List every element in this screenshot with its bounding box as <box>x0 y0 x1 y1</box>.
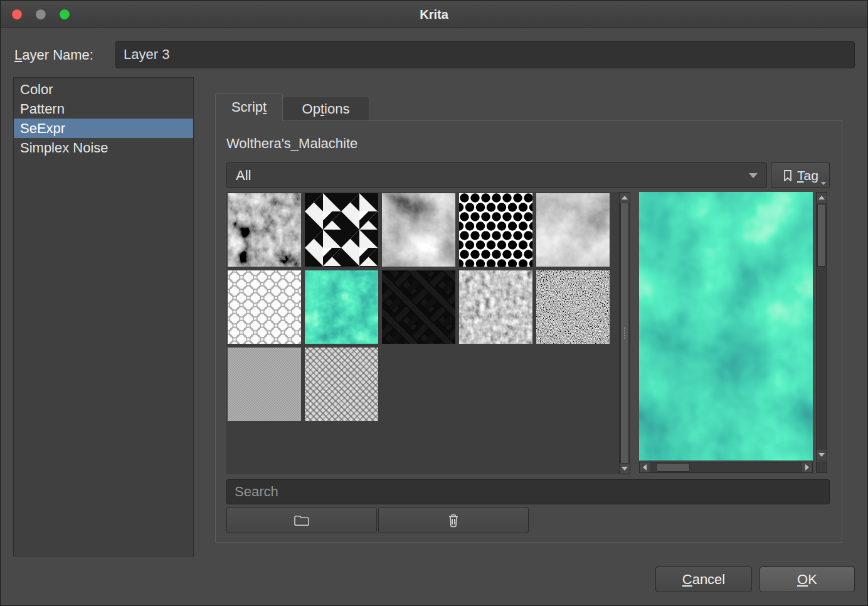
scroll-down-button[interactable] <box>620 464 630 474</box>
pattern-thumb-malachite-green[interactable] <box>305 270 378 344</box>
titlebar[interactable]: Krita <box>1 1 867 28</box>
pattern-thumb-fine-grid[interactable] <box>228 348 301 421</box>
scrollbar-thumb[interactable] <box>817 204 826 267</box>
import-pattern-button[interactable] <box>226 507 377 533</box>
arrow-left-icon <box>643 464 647 470</box>
layer-name-input[interactable] <box>115 41 855 68</box>
pattern-thumb-dark-marble-noise[interactable] <box>228 193 301 267</box>
list-item-pattern[interactable]: Pattern <box>14 99 193 119</box>
tag-filter-dropdown[interactable]: All <box>226 162 767 188</box>
scrollbar-corner <box>816 462 827 473</box>
pattern-grid-vscrollbar[interactable] <box>619 192 630 474</box>
scroll-down-button[interactable] <box>817 450 827 460</box>
pattern-thumb-dark-maze[interactable] <box>382 270 455 344</box>
trash-icon <box>447 513 460 528</box>
chevron-down-icon <box>821 182 826 185</box>
tag-button-label: Tag <box>797 168 818 183</box>
layer-name-label: Layer Name: <box>14 47 93 63</box>
pattern-preview <box>639 192 813 460</box>
pattern-thumb-soft-smoke[interactable] <box>536 193 610 267</box>
pattern-thumb-rough-concrete[interactable] <box>459 270 532 344</box>
pattern-search-input[interactable] <box>226 479 830 504</box>
arrow-down-icon <box>818 453 825 457</box>
delete-pattern-button[interactable] <box>378 507 529 533</box>
scroll-up-button[interactable] <box>817 193 827 203</box>
arrow-up-icon <box>622 196 628 199</box>
arrow-down-icon <box>622 467 628 470</box>
scroll-right-button[interactable] <box>802 462 812 472</box>
preview-vscrollbar[interactable] <box>816 192 827 460</box>
list-item-color[interactable]: Color <box>14 80 193 99</box>
current-pattern-name: Wolthera's_Malachite <box>226 136 357 152</box>
pattern-thumb-ring-lattice[interactable] <box>228 270 301 344</box>
scroll-up-button[interactable] <box>620 193 630 203</box>
scrollbar-track[interactable] <box>650 462 802 472</box>
pattern-thumb-bw-triangle-mosaic[interactable] <box>305 193 378 267</box>
tab-options[interactable]: Options <box>282 97 369 121</box>
list-item-simplex-noise[interactable]: Simplex Noise <box>14 138 193 157</box>
pattern-thumb-halftone-dots[interactable] <box>459 193 532 267</box>
pattern-thumb-gray-clouds[interactable] <box>382 193 455 267</box>
arrow-right-icon <box>805 464 809 470</box>
cancel-button[interactable]: Cancel <box>655 566 752 592</box>
ok-button[interactable]: OK <box>760 566 855 592</box>
krita-dialog-window: Krita Layer Name: Color Pattern SeExpr S… <box>0 0 868 606</box>
folder-icon <box>294 514 310 526</box>
malachite-preview-image <box>639 192 813 460</box>
list-item-seexpr[interactable]: SeExpr <box>14 119 193 138</box>
bookmark-icon <box>782 169 793 183</box>
tag-filter-value: All <box>236 167 251 184</box>
pattern-thumb-speckle-noise[interactable] <box>536 270 610 344</box>
pattern-thumb-diagonal-weave[interactable] <box>305 348 378 421</box>
scrollbar-thumb[interactable] <box>656 463 690 472</box>
tab-script[interactable]: Script <box>215 93 283 121</box>
arrow-up-icon <box>818 196 825 199</box>
scrollbar-thumb[interactable] <box>620 203 629 464</box>
scrollbar-track[interactable] <box>817 203 827 450</box>
grip-dots-icon <box>624 332 625 334</box>
preview-hscrollbar[interactable] <box>639 462 813 473</box>
scrollbar-track[interactable] <box>620 203 630 464</box>
chevron-down-icon <box>749 173 758 178</box>
pattern-grid <box>226 192 619 474</box>
window-title: Krita <box>1 1 867 28</box>
scroll-left-button[interactable] <box>640 462 650 472</box>
tag-button[interactable]: Tag <box>771 162 830 188</box>
generator-list: Color Pattern SeExpr Simplex Noise <box>13 77 194 556</box>
